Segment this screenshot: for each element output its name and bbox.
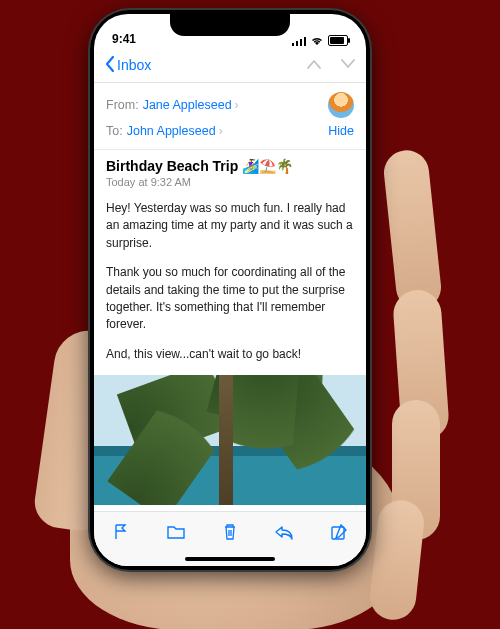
battery-icon [328, 35, 348, 46]
sender-avatar[interactable] [328, 92, 354, 118]
svg-rect-0 [292, 43, 294, 46]
to-contact-link[interactable]: John Appleseed [127, 124, 216, 138]
body-paragraph: Hey! Yesterday was so much fun. I really… [106, 200, 354, 252]
body-paragraph: And, this view...can't wait to go back! [106, 346, 354, 363]
to-label: To: [106, 124, 123, 138]
wifi-icon [310, 36, 324, 46]
back-to-inbox-button[interactable]: Inbox [104, 55, 151, 76]
reply-button[interactable] [273, 521, 295, 543]
mail-app-screen: 9:41 Inbox [94, 14, 366, 566]
home-indicator[interactable] [94, 552, 366, 566]
body-paragraph: Thank you so much for coordinating all o… [106, 264, 354, 334]
nav-bar: Inbox [94, 48, 366, 83]
svg-rect-3 [304, 37, 306, 46]
iphone-device-frame: 9:41 Inbox [90, 10, 370, 570]
svg-rect-2 [300, 39, 302, 46]
status-time: 9:41 [112, 32, 136, 46]
message-headers: From: Jane Appleseed › To: John Applesee… [94, 83, 366, 150]
compose-button[interactable] [328, 521, 350, 543]
subject-title: Birthday Beach Trip 🏄‍♀️⛱️🌴 [106, 158, 354, 174]
back-label: Inbox [117, 57, 151, 73]
cellular-signal-icon [292, 36, 306, 46]
chevron-right-icon: › [235, 98, 239, 112]
flag-button[interactable] [110, 521, 132, 543]
delete-button[interactable] [219, 521, 241, 543]
message-date: Today at 9:32 AM [106, 176, 354, 188]
attached-photo[interactable] [94, 375, 366, 505]
chevron-left-icon [104, 55, 115, 76]
previous-message-button[interactable] [306, 56, 322, 74]
chevron-right-icon: › [219, 124, 223, 138]
next-message-button[interactable] [340, 56, 356, 74]
subject-block: Birthday Beach Trip 🏄‍♀️⛱️🌴 Today at 9:3… [94, 150, 366, 190]
message-body[interactable]: Hey! Yesterday was so much fun. I really… [94, 190, 366, 511]
toolbar [94, 511, 366, 552]
hide-details-button[interactable]: Hide [328, 124, 354, 138]
from-contact-link[interactable]: Jane Appleseed [143, 98, 232, 112]
from-label: From: [106, 98, 139, 112]
move-to-folder-button[interactable] [165, 521, 187, 543]
svg-rect-1 [296, 41, 298, 46]
device-notch [170, 14, 290, 36]
